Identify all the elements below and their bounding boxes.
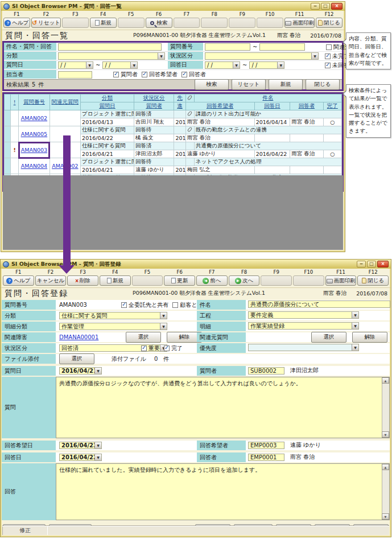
requester-code[interactable]: EMP0003 <box>248 442 284 449</box>
related-question-header[interactable]: 関連元質問 <box>49 94 80 110</box>
subject-header[interactable]: 件名 <box>194 94 341 102</box>
priority-dropdown[interactable]: ▼ <box>248 344 359 351</box>
answer-date-to[interactable]: / /▼ <box>249 61 284 69</box>
complete-checkbox[interactable] <box>164 345 170 351</box>
search-button[interactable]: 検索 <box>195 79 229 90</box>
chevron-down-icon[interactable]: ▼ <box>94 454 101 460</box>
subject-search-input[interactable] <box>58 43 162 51</box>
answer-date-input[interactable]: 2016/04/22▼ <box>59 454 102 461</box>
share-customer-checkbox[interactable] <box>172 302 178 308</box>
question-no-link[interactable]: AMAN003 <box>21 147 47 153</box>
subject-input[interactable]: 共通費の原価按分について <box>248 301 390 308</box>
answer-date-from[interactable]: / /▼ <box>205 61 240 69</box>
fn-button-empty[interactable] <box>118 18 145 28</box>
new-button[interactable]: 新規 <box>269 79 303 90</box>
related-question-release-button[interactable]: 解除 <box>352 332 387 343</box>
chevron-down-icon[interactable]: ▼ <box>94 442 101 449</box>
fn-button-f6[interactable]: 更新 <box>164 275 195 286</box>
fn-button-f8[interactable]: ▶次へ <box>229 275 260 286</box>
file-select-button[interactable]: 選択 <box>59 353 94 364</box>
chevron-down-icon[interactable]: ▼ <box>130 62 137 68</box>
fn-button-empty[interactable] <box>293 275 324 286</box>
answerer-header[interactable]: 回答者 <box>290 102 323 110</box>
status-header[interactable]: 状況区分 <box>134 94 174 102</box>
fn-button-f3[interactable]: ×削除 <box>67 275 98 286</box>
chevron-down-icon[interactable]: ▼ <box>311 53 318 59</box>
incomplete-checkbox[interactable] <box>325 54 331 59</box>
progress-header[interactable]: 進 <box>174 102 185 110</box>
reset-button[interactable]: リセット <box>232 79 266 90</box>
close-list-button[interactable]: 閉じる <box>306 79 340 90</box>
priority-header[interactable]: 先 <box>174 94 185 102</box>
questioner-checkbox[interactable] <box>113 72 119 77</box>
chevron-down-icon[interactable]: ▼ <box>352 323 358 329</box>
fn-button-f4[interactable]: 新規 <box>100 275 131 286</box>
fn-button-empty[interactable] <box>257 18 283 28</box>
related-fault-select-button[interactable]: 選択 <box>126 332 161 343</box>
important-header[interactable]: ! <box>11 94 19 110</box>
minimize-button[interactable]: ‒ <box>311 3 320 10</box>
questioner-header[interactable]: 質問者 <box>134 102 174 110</box>
detail-category-dropdown[interactable]: 作業管理▼ <box>59 323 167 330</box>
close-button[interactable]: × <box>331 3 343 10</box>
maximize-button[interactable]: □ <box>321 3 330 10</box>
question-textarea[interactable]: 共通費の原価按分ロジックなのですが、共通費をどう算出して入力すれば良いのでしょう… <box>56 377 390 438</box>
category-search-dropdown[interactable]: ▼ <box>58 52 165 60</box>
requester-header[interactable]: 回答希望者 <box>185 102 254 110</box>
category-dropdown[interactable]: 仕様に関する質問▼ <box>59 312 167 319</box>
scroll-up-icon[interactable]: ▲ <box>382 464 389 470</box>
fn-button-empty[interactable] <box>201 18 228 28</box>
answerer-code[interactable]: EMP0001 <box>248 454 284 461</box>
scrollbar[interactable]: ▲ ▼ <box>382 464 389 520</box>
related-question-select-button[interactable]: 選択 <box>311 332 346 343</box>
question-date-header[interactable]: 質問日 <box>81 102 134 110</box>
attachment-header[interactable] <box>185 94 194 102</box>
fn-button-f1[interactable]: ?ヘルプ <box>3 18 30 28</box>
fn-button-f4[interactable]: 新規 <box>90 18 117 28</box>
fn-button-empty[interactable] <box>174 18 200 28</box>
question-no-link[interactable]: AMAN002 <box>21 115 47 121</box>
include-related-checkbox[interactable] <box>326 44 332 50</box>
close-button[interactable]: × <box>377 261 389 268</box>
requested-date-input[interactable]: 2016/04/23▼ <box>59 442 102 449</box>
scrollbar[interactable]: ▲ ▼ <box>382 377 389 438</box>
chevron-down-icon[interactable]: ▼ <box>160 312 167 319</box>
question-no-to-input[interactable] <box>259 43 305 51</box>
scroll-up-icon[interactable]: ▲ <box>382 377 389 384</box>
share-vendor-checkbox[interactable] <box>121 302 127 308</box>
fn-button-f6[interactable]: 検索 <box>146 18 172 28</box>
table-row[interactable]: !AMAN003仕様に関する質問回答済共通費の原価按分について <box>5 142 342 150</box>
fn-button-f2[interactable]: キャンセル <box>35 275 67 286</box>
related-fault-link[interactable]: DMANA00001 <box>59 334 98 340</box>
table-row[interactable]: AMAN002プロジェクト運営に関回答済課題のリスト出力は可能か <box>5 110 342 118</box>
fn-button-f11[interactable]: 画面印刷 <box>325 275 357 286</box>
question-no-from-input[interactable] <box>205 43 250 51</box>
table-row[interactable]: AMAN005仕様に関する質問回答待既存の勤怠システムとの連携 <box>5 126 342 134</box>
chevron-down-icon[interactable]: ▼ <box>352 312 358 318</box>
title-bar[interactable]: SI Object Browser PM - 質問・回答一覧 ‒ □ × <box>1 2 345 11</box>
fn-button-f12[interactable]: 閉じる <box>316 18 343 28</box>
fn-button-f11[interactable]: 画面印刷 <box>284 18 315 28</box>
question-date-from[interactable]: / /▼ <box>58 61 93 69</box>
fn-button-empty[interactable] <box>132 275 163 286</box>
chevron-down-icon[interactable]: ▼ <box>277 62 284 68</box>
status-search-dropdown[interactable]: ▼ <box>205 52 319 60</box>
scroll-down-icon[interactable]: ▼ <box>382 431 389 438</box>
fn-button-f2[interactable]: ↺リセット <box>31 18 61 28</box>
chevron-down-icon[interactable]: ▼ <box>94 368 101 374</box>
chevron-down-icon[interactable]: ▼ <box>160 323 167 330</box>
question-no-link[interactable]: AMAN005 <box>21 131 47 137</box>
category-header[interactable]: 分類 <box>81 94 134 102</box>
scroll-down-icon[interactable]: ▼ <box>382 513 389 520</box>
question-date-to[interactable]: / /▼ <box>102 61 138 69</box>
fn-button-f12[interactable]: 閉じる <box>357 275 389 286</box>
answerer-checkbox[interactable] <box>181 72 187 77</box>
fn-button-empty[interactable] <box>62 18 89 28</box>
process-dropdown[interactable]: 要件定義▼ <box>248 311 359 319</box>
chevron-down-icon[interactable]: ▼ <box>352 344 358 351</box>
person-input[interactable] <box>58 71 92 79</box>
important-checkbox[interactable] <box>141 345 147 351</box>
fn-button-f1[interactable]: ?ヘルプ <box>3 275 34 286</box>
fn-button-empty[interactable] <box>261 275 292 286</box>
chevron-down-icon[interactable]: ▼ <box>158 53 164 59</box>
